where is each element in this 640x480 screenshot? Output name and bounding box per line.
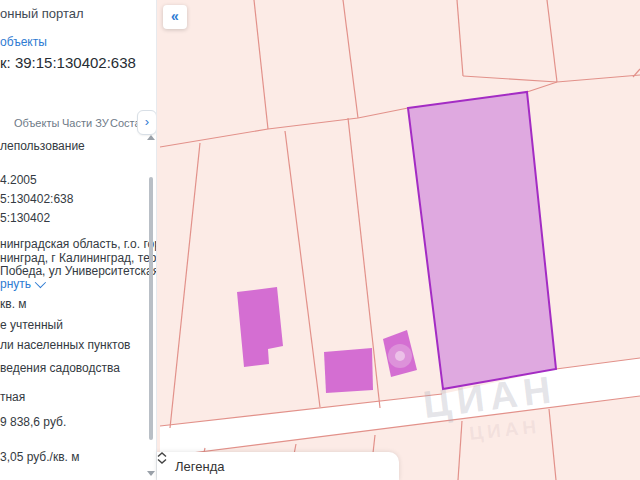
building-round-feature-center bbox=[395, 351, 405, 361]
back-to-objects-link[interactable]: объекты bbox=[0, 35, 47, 49]
object-info-panel: онный портал объекты к: 39:15:130402:638… bbox=[0, 0, 157, 480]
cadastral-quarter: 5:130402 bbox=[0, 211, 50, 225]
legend-bar[interactable]: Легенда bbox=[157, 452, 399, 480]
building-footprint bbox=[324, 348, 373, 393]
legend-label: Легенда bbox=[157, 459, 385, 474]
parcel-boundary-line[interactable] bbox=[458, 421, 462, 480]
land-use-value: лепользование bbox=[0, 139, 85, 153]
scroll-up-icon[interactable] bbox=[147, 135, 155, 140]
cadastral-cost: 9 838,6 руб. bbox=[0, 415, 66, 429]
ownership-value: тная bbox=[0, 390, 25, 404]
parcel-boundary-line[interactable] bbox=[343, 0, 358, 118]
status-value: е учтенный bbox=[0, 318, 63, 332]
parcel-boundary-line[interactable] bbox=[170, 143, 200, 428]
tabs-scroll-right-button[interactable]: › bbox=[137, 110, 157, 135]
parcel-boundary-line[interactable] bbox=[527, 75, 640, 92]
cadastral-map[interactable]: ЦИАНЦИАН « Легенда bbox=[156, 0, 640, 480]
parcel-map-canvas[interactable]: ЦИАНЦИАН bbox=[156, 0, 640, 480]
selected-parcel[interactable] bbox=[408, 92, 556, 389]
land-category-value: ли населенных пунктов bbox=[0, 338, 130, 352]
registration-date: 4.2005 bbox=[0, 173, 37, 187]
expand-address-link[interactable]: рнуть bbox=[0, 277, 43, 291]
tab-objects[interactable]: Объекты bbox=[14, 117, 59, 129]
area-value: кв. м bbox=[0, 297, 27, 311]
map-watermark-secondary: ЦИАН bbox=[468, 416, 541, 444]
building-footprint bbox=[237, 287, 283, 367]
parcel-address: нинградская область, г.о. город нинград,… bbox=[0, 238, 157, 279]
scroll-down-icon[interactable] bbox=[147, 471, 155, 476]
cadastral-number: 5:130402:638 bbox=[0, 192, 73, 206]
collapse-sidebar-button[interactable]: « bbox=[163, 5, 187, 29]
parcel-boundary-line[interactable] bbox=[549, 409, 556, 480]
parcel-boundary-line[interactable] bbox=[160, 108, 408, 147]
parcel-boundary-line[interactable] bbox=[254, 0, 268, 129]
parcel-cadastral-number-title: к: 39:15:130402:638 bbox=[0, 54, 136, 71]
panel-tabs: Объекты Части ЗУ Состав › bbox=[0, 114, 156, 138]
parcel-boundary-line[interactable] bbox=[547, 0, 557, 82]
parcel-boundary-line[interactable] bbox=[285, 131, 320, 407]
parcel-boundary-line[interactable] bbox=[463, 76, 557, 82]
parcel-boundary-line[interactable] bbox=[457, 0, 463, 76]
panel-scrollbar[interactable] bbox=[149, 177, 153, 440]
permitted-use-value: ведения садоводства bbox=[0, 361, 120, 375]
portal-title: онный портал bbox=[0, 6, 84, 21]
tab-parts-zu[interactable]: Части ЗУ bbox=[62, 117, 109, 129]
unit-cost: 3,05 руб./кв. м bbox=[0, 450, 79, 464]
chevron-down-icon bbox=[35, 277, 46, 288]
